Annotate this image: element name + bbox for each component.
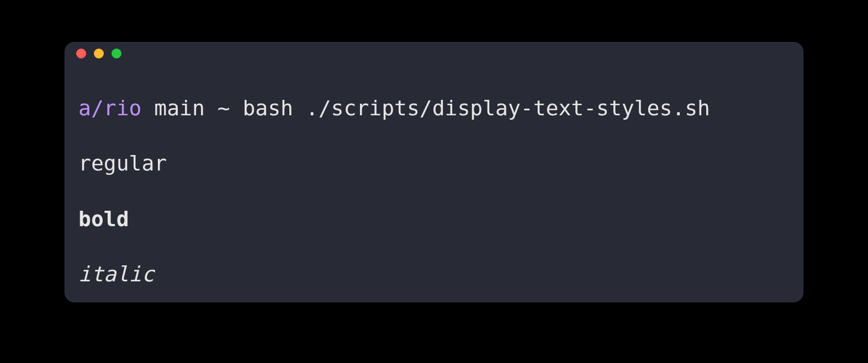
output-italic: italic [78, 260, 790, 288]
output-bold: bold [78, 205, 790, 233]
terminal-body[interactable]: a/rio main ~ bash ./scripts/display-text… [65, 65, 803, 302]
prompt-branch: main [154, 96, 205, 120]
minimize-button[interactable] [94, 49, 104, 58]
output-regular: regular [78, 150, 790, 177]
titlebar [65, 42, 803, 65]
terminal-window: a/rio main ~ bash ./scripts/display-text… [65, 42, 803, 302]
maximize-button[interactable] [112, 49, 121, 58]
prompt-tilde: ~ [218, 96, 230, 120]
prompt-path: a/rio [78, 96, 141, 120]
close-button[interactable] [76, 49, 86, 58]
prompt-line-1: a/rio main ~ bash ./scripts/display-text… [78, 94, 790, 122]
command-text: bash ./scripts/display-text-styles.sh [242, 96, 710, 120]
